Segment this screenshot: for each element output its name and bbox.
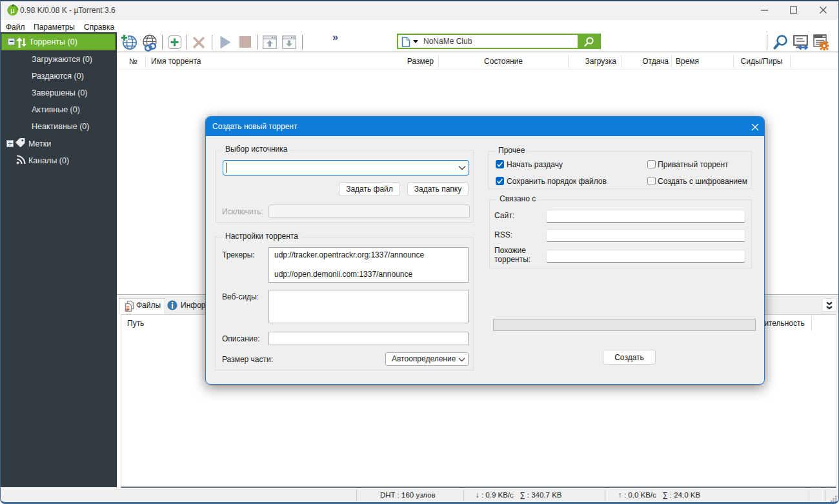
svg-text:µ: µ xyxy=(10,6,15,14)
